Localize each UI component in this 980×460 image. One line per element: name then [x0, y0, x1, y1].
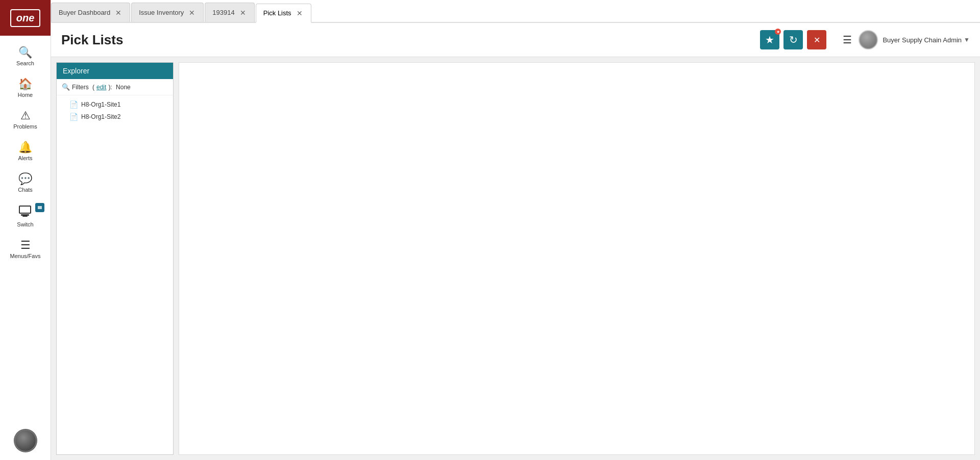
- sidebar-label-home: Home: [18, 92, 33, 98]
- sidebar-item-menus[interactable]: ☰ Menus/Favs: [0, 234, 51, 265]
- user-dropdown[interactable]: Buyer Supply Chain Admin ▼: [883, 36, 970, 44]
- logo-text: one: [10, 9, 41, 27]
- document-icon-2: 📄: [69, 113, 78, 121]
- workspace: [179, 62, 975, 455]
- user-avatar-sidebar[interactable]: [14, 429, 37, 452]
- explorer-item-label-site1: H8-Org1-Site1: [81, 101, 120, 108]
- search-icon: 🔍: [18, 47, 32, 58]
- tab-label-193914: 193914: [212, 9, 234, 16]
- page-header: Pick Lists ★ ★ ↻ ✕ ☰ Buyer Supply Chain …: [51, 23, 980, 57]
- header-right: ☰ Buyer Supply Chain Admin ▼: [841, 31, 970, 49]
- filters-value: None: [116, 84, 131, 91]
- filter-search-icon: 🔍: [62, 83, 70, 91]
- bell-icon: 🔔: [18, 142, 32, 153]
- svg-rect-1: [21, 214, 29, 216]
- explorer-panel: Explorer 🔍 Filters (edit): None 📄 H8-Org…: [56, 62, 174, 455]
- user-avatar-header: [859, 31, 877, 49]
- notification-badge: ★: [775, 29, 781, 35]
- tab-issue-inventory[interactable]: Issue Inventory ✕: [131, 3, 204, 22]
- tab-label-buyer-dashboard: Buyer Dashboard: [59, 9, 110, 16]
- main-content: Buyer Dashboard ✕ Issue Inventory ✕ 1939…: [51, 0, 980, 460]
- sidebar-item-home[interactable]: 🏠 Home: [0, 72, 51, 104]
- sidebar-label-menus: Menus/Favs: [10, 253, 41, 259]
- content-body: Explorer 🔍 Filters (edit): None 📄 H8-Org…: [51, 57, 980, 460]
- explorer-item-h8-org1-site2[interactable]: 📄 H8-Org1-Site2: [57, 111, 173, 123]
- explorer-header: Explorer: [57, 63, 173, 79]
- sidebar-item-search[interactable]: 🔍 Search: [0, 41, 51, 72]
- tab-close-pick-lists[interactable]: ✕: [296, 9, 304, 17]
- filters-label: Filters: [72, 84, 89, 91]
- tab-buyer-dashboard[interactable]: Buyer Dashboard ✕: [51, 3, 130, 22]
- tab-bar: Buyer Dashboard ✕ Issue Inventory ✕ 1939…: [51, 0, 980, 23]
- tab-close-193914[interactable]: ✕: [239, 9, 247, 17]
- user-name: Buyer Supply Chain Admin: [883, 36, 962, 44]
- app-logo[interactable]: one: [0, 0, 51, 36]
- tab-193914[interactable]: 193914 ✕: [205, 3, 254, 22]
- explorer-item-label-site2: H8-Org1-Site2: [81, 113, 120, 120]
- explorer-item-h8-org1-site1[interactable]: 📄 H8-Org1-Site1: [57, 98, 173, 111]
- sidebar-label-alerts: Alerts: [18, 155, 32, 161]
- switch-badge: [35, 203, 44, 212]
- sidebar-label-chats: Chats: [18, 187, 33, 193]
- sidebar-bottom: [14, 429, 37, 460]
- tab-close-buyer-dashboard[interactable]: ✕: [114, 9, 122, 17]
- warning-icon: ⚠: [20, 110, 31, 121]
- sidebar-label-problems: Problems: [13, 123, 37, 130]
- chat-icon: 💬: [18, 173, 32, 185]
- tab-close-issue-inventory[interactable]: ✕: [188, 9, 196, 17]
- sidebar-item-chats[interactable]: 💬 Chats: [0, 167, 51, 199]
- page-title: Pick Lists: [61, 32, 123, 48]
- filters-edit-link[interactable]: edit: [96, 84, 106, 91]
- dropdown-arrow-icon: ▼: [964, 36, 970, 43]
- star-notification-wrapper: ★ ★: [760, 30, 779, 49]
- document-icon: 📄: [69, 100, 78, 109]
- hamburger-button[interactable]: ☰: [841, 32, 854, 48]
- sidebar-nav: 🔍 Search 🏠 Home ⚠ Problems 🔔 Alerts 💬 Ch…: [0, 36, 51, 429]
- menus-icon: ☰: [20, 240, 31, 251]
- explorer-items: 📄 H8-Org1-Site1 📄 H8-Org1-Site2: [57, 95, 173, 126]
- svg-rect-0: [19, 206, 31, 213]
- sidebar-label-search: Search: [16, 60, 34, 66]
- home-icon: 🏠: [18, 79, 32, 90]
- sidebar-item-switch[interactable]: Switch: [0, 199, 51, 234]
- sidebar-item-alerts[interactable]: 🔔 Alerts: [0, 136, 51, 167]
- close-button[interactable]: ✕: [807, 30, 826, 49]
- sidebar-item-problems[interactable]: ⚠ Problems: [0, 104, 51, 136]
- refresh-button[interactable]: ↻: [783, 30, 803, 49]
- svg-rect-2: [22, 216, 28, 217]
- tab-label-issue-inventory: Issue Inventory: [139, 9, 184, 16]
- explorer-filters: 🔍 Filters (edit): None: [57, 79, 173, 95]
- switch-icon: [18, 205, 33, 219]
- tab-label-pick-lists: Pick Lists: [263, 9, 291, 17]
- sidebar-label-switch: Switch: [17, 221, 33, 227]
- header-actions: ★ ★ ↻ ✕ ☰ Buyer Supply Chain Admin ▼: [760, 30, 970, 49]
- sidebar: one 🔍 Search 🏠 Home ⚠ Problems 🔔 Alerts …: [0, 0, 51, 460]
- tab-pick-lists[interactable]: Pick Lists ✕: [256, 4, 311, 23]
